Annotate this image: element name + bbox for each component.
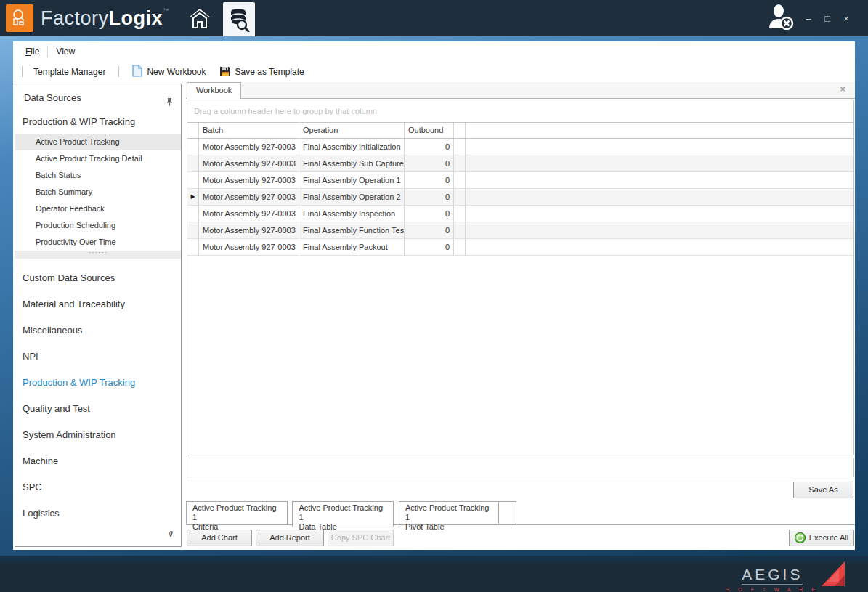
cell-outbound[interactable]: 0	[405, 206, 454, 222]
category-item[interactable]: NPI	[15, 344, 181, 370]
table-row[interactable]: ▶ Motor Assembly 927-0003 Final Assembly…	[187, 172, 853, 189]
category-item[interactable]: SPC	[15, 474, 181, 500]
cell-filler	[454, 189, 466, 205]
result-tab[interactable]: Active Product Tracking 1 Criteria	[186, 501, 288, 524]
status-band	[187, 458, 854, 477]
cell-filler	[454, 222, 466, 238]
column-header-outbound[interactable]: Outbound	[405, 123, 454, 138]
cell-operation[interactable]: Final Assembly Inspection	[299, 206, 405, 222]
category-item[interactable]: Quality and Test	[15, 396, 181, 422]
cell-outbound[interactable]: 0	[405, 139, 454, 155]
cell-operation[interactable]: Final Assembly Function Test	[299, 222, 405, 238]
cell-batch[interactable]: Motor Assembly 927-0003	[199, 139, 299, 155]
cell-outbound[interactable]: 0	[405, 189, 454, 205]
cell-filler	[454, 139, 466, 155]
cell-operation[interactable]: Final Assembly Sub Capture	[299, 155, 405, 171]
category-item[interactable]: Production & WIP Tracking	[15, 370, 181, 396]
row-indicator-cell: ▶	[187, 239, 199, 255]
focused-row-arrow-icon: ▶	[187, 189, 198, 205]
tree-item[interactable]: Active Product Tracking Detail	[15, 150, 181, 167]
add-report-button[interactable]: Add Report	[256, 530, 324, 546]
cell-operation[interactable]: Final Assembly Operation 2	[299, 189, 405, 205]
cell-batch[interactable]: Motor Assembly 927-0003	[199, 172, 299, 188]
column-header-operation[interactable]: Operation	[299, 123, 405, 138]
new-workbook-icon	[132, 65, 142, 79]
toolbar-grip[interactable]	[118, 66, 121, 77]
toolbar: Template Manager New Workbook	[13, 62, 855, 81]
cell-outbound[interactable]: 0	[405, 172, 454, 188]
cell-operation[interactable]: Final Assembly Packout	[299, 239, 405, 255]
home-icon[interactable]	[185, 4, 214, 33]
pin-icon[interactable]	[166, 94, 174, 113]
tab-workbook[interactable]: Workbook	[187, 82, 241, 99]
menu-view[interactable]: View	[49, 44, 81, 59]
data-source-tree: Active Product Tracking Active Product T…	[15, 134, 181, 251]
row-indicator-cell: ▶	[187, 206, 199, 222]
menu-file[interactable]: File	[19, 44, 46, 59]
aegis-sub-text: S O F T W A R E	[726, 587, 819, 592]
data-sources-panel: Data Sources Production & WIP Tracking A…	[15, 84, 182, 547]
category-item[interactable]: Logistics	[15, 500, 181, 527]
table-row[interactable]: ▶ Motor Assembly 927-0003 Final Assembly…	[187, 189, 853, 206]
window-controls: – □ ×	[803, 13, 852, 24]
close-button[interactable]: ×	[840, 13, 852, 24]
tree-section-header[interactable]: Production & WIP Tracking	[15, 113, 181, 131]
grid-body: ▶ Motor Assembly 927-0003 Final Assembly…	[187, 139, 853, 256]
cell-batch[interactable]: Motor Assembly 927-0003	[199, 239, 299, 255]
copy-spc-chart-button: Copy SPC Chart	[328, 530, 394, 546]
category-item[interactable]: System Administration	[15, 422, 181, 448]
menubar: File View	[13, 41, 855, 62]
save-as-button[interactable]: Save As	[793, 482, 853, 498]
tab-stub	[498, 501, 516, 524]
table-row[interactable]: ▶ Motor Assembly 927-0003 Final Assembly…	[187, 239, 853, 256]
category-item[interactable]: Miscellaneous	[15, 317, 181, 344]
table-row[interactable]: ▶ Motor Assembly 927-0003 Final Assembly…	[187, 206, 853, 222]
document-tabstrip: Workbook ×	[186, 82, 855, 99]
tree-item[interactable]: Productivity Over Time	[15, 234, 181, 251]
cell-outbound[interactable]: 0	[405, 222, 454, 238]
user-disconnected-icon[interactable]	[765, 4, 795, 33]
toolbar-grip[interactable]	[20, 66, 23, 77]
tree-item[interactable]: Batch Status	[15, 167, 181, 184]
cell-batch[interactable]: Motor Assembly 927-0003	[199, 206, 299, 222]
cell-operation[interactable]: Final Assembly Initialization	[299, 139, 405, 155]
actions-bar: Add Chart Add Report Copy SPC Chart Exec…	[186, 530, 855, 546]
cell-operation[interactable]: Final Assembly Operation 1	[299, 172, 405, 188]
cell-batch[interactable]: Motor Assembly 927-0003	[199, 222, 299, 238]
minimize-button[interactable]: –	[803, 13, 814, 24]
execute-all-button[interactable]: Execute All	[789, 530, 854, 546]
table-row[interactable]: ▶ Motor Assembly 927-0003 Final Assembly…	[187, 155, 853, 172]
cell-outbound[interactable]: 0	[405, 155, 454, 171]
data-grid: Drag a column header here to group by th…	[187, 100, 854, 455]
category-item[interactable]: Material and Traceability	[15, 291, 181, 317]
tree-item[interactable]: Production Scheduling	[15, 217, 181, 234]
table-row[interactable]: ▶ Motor Assembly 927-0003 Final Assembly…	[187, 222, 853, 239]
category-list: Custom Data Sources Material and Traceab…	[15, 259, 181, 527]
cell-batch[interactable]: Motor Assembly 927-0003	[199, 155, 299, 171]
save-as-template-button[interactable]: Save as Template	[213, 64, 311, 80]
sidebar-scroll-down-icon[interactable]: ∨	[168, 530, 174, 539]
category-item[interactable]: Custom Data Sources	[15, 265, 181, 291]
template-manager-button[interactable]: Template Manager	[27, 64, 112, 80]
content-area: File View Template Manager New Workbook	[13, 41, 855, 550]
row-indicator-cell: ▶	[187, 222, 199, 238]
panel-splitter-handle[interactable]: ······	[15, 251, 181, 259]
result-tab[interactable]: Active Product Tracking 1 Pivot Table	[399, 501, 500, 524]
data-source-browser-icon[interactable]	[223, 2, 255, 36]
close-tab-icon[interactable]: ×	[840, 84, 845, 94]
result-tab[interactable]: Active Product Tracking 1 Data Table	[292, 501, 394, 527]
category-item[interactable]: Machine	[15, 448, 181, 474]
maximize-button[interactable]: □	[822, 13, 833, 24]
cell-outbound[interactable]: 0	[405, 239, 454, 255]
column-header-batch[interactable]: Batch	[199, 123, 299, 138]
new-workbook-button[interactable]: New Workbook	[126, 64, 212, 80]
table-row[interactable]: ▶ Motor Assembly 927-0003 Final Assembly…	[187, 139, 853, 155]
tree-item[interactable]: Active Product Tracking	[15, 134, 181, 150]
tree-item[interactable]: Batch Summary	[15, 184, 181, 200]
cell-batch[interactable]: Motor Assembly 927-0003	[199, 189, 299, 205]
group-by-band[interactable]: Drag a column header here to group by th…	[187, 100, 853, 123]
workbook-area: Workbook × Drag a column header here to …	[186, 82, 855, 550]
grid-header-row: Batch Operation Outbound	[187, 123, 853, 139]
tree-item[interactable]: Operator Feedback	[15, 200, 181, 217]
add-chart-button[interactable]: Add Chart	[187, 530, 252, 546]
